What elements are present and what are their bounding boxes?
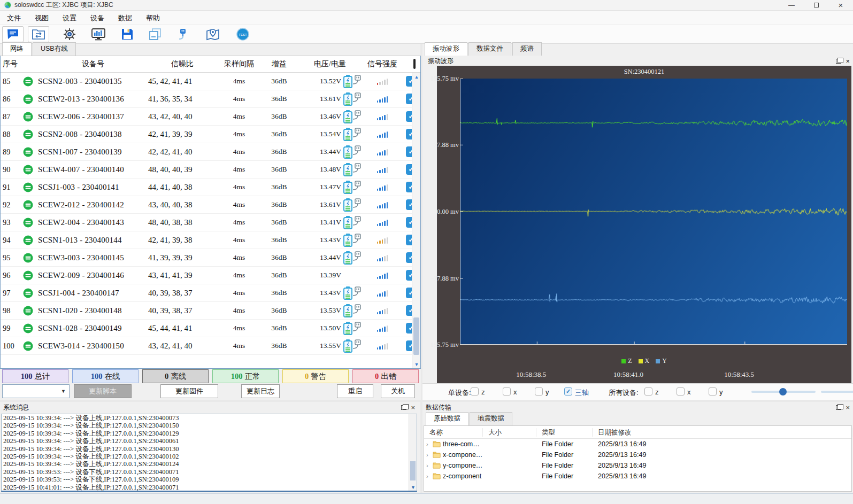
close-panel-icon[interactable]: ×: [411, 405, 415, 410]
save-icon[interactable]: [117, 26, 138, 42]
close-panel-icon[interactable]: ×: [846, 59, 850, 64]
log-scrollbar[interactable]: ▼: [409, 414, 417, 491]
close-button[interactable]: ×: [828, 0, 853, 11]
row-no: 92: [1, 200, 18, 210]
table-row[interactable]: 89 SCSN1-007 - 230400139 42, 42, 41, 40 …: [1, 143, 412, 161]
folder-icon: [433, 473, 441, 479]
table-row[interactable]: 97 SCSJ1-004 - 230400147 40, 39, 38, 37 …: [1, 284, 412, 302]
table-row[interactable]: 100 SCEW3-014 - 230400150 43, 42, 41, 40…: [1, 337, 412, 355]
update-log-button[interactable]: 更新日志: [241, 384, 280, 398]
zoom-slider[interactable]: [751, 391, 816, 393]
row-no: 97: [1, 289, 18, 298]
row-no: 99: [1, 324, 18, 333]
expand-chevron-icon[interactable]: ›: [426, 441, 431, 447]
maximize-button[interactable]: [804, 0, 828, 11]
file-row[interactable]: › z-component File Folder 2025/9/13 16:4…: [424, 471, 851, 482]
summary-count: 0: [305, 372, 309, 381]
map-pin-icon[interactable]: [202, 26, 224, 42]
monitor-chart-icon[interactable]: [88, 26, 109, 42]
table-row[interactable]: 86 SCEW2-013 - 230400136 41, 36, 35, 34 …: [1, 90, 412, 108]
table-row[interactable]: 93 SCEW2-004 - 230400143 48, 40, 38, 38 …: [1, 214, 412, 231]
expand-chevron-icon[interactable]: ›: [426, 452, 431, 458]
log-scrollbar-thumb[interactable]: [410, 461, 416, 480]
menu-item[interactable]: 设备: [83, 12, 111, 25]
table-row[interactable]: 87 SCEW2-006 - 230400137 43, 42, 40, 40 …: [1, 108, 412, 126]
restart-button[interactable]: 重启: [337, 384, 373, 398]
all-axis-checkbox-z[interactable]: [644, 387, 652, 396]
scroll-down-icon[interactable]: ▼: [412, 360, 421, 368]
update-script-button[interactable]: 更新脚本: [74, 384, 132, 398]
x-tick-label: 10:58:38.5: [516, 370, 546, 379]
device-table-scrollbar[interactable]: ▲ ▼: [412, 73, 420, 368]
menu-item[interactable]: 设置: [56, 12, 83, 25]
interval-value: 4ms: [217, 342, 262, 350]
voltage-value: 13.53V: [320, 306, 341, 315]
select-all-checkbox[interactable]: [413, 59, 416, 69]
file-col-header[interactable]: 名称: [424, 428, 483, 437]
table-row[interactable]: 88 SCSN2-008 - 230400138 42, 41, 39, 39 …: [1, 126, 412, 143]
close-panel-icon[interactable]: ×: [846, 405, 850, 410]
minimize-button[interactable]: —: [779, 0, 804, 11]
single-axis-checkbox-z[interactable]: [471, 387, 479, 396]
file-row[interactable]: › x-compone… File Folder 2025/9/13 16:49: [424, 449, 851, 460]
menu-item[interactable]: 文件: [0, 12, 28, 25]
device-folder-icon[interactable]: [28, 26, 49, 42]
tab-device-0[interactable]: 网络: [2, 42, 32, 56]
tab-wave-1[interactable]: 数据文件: [468, 42, 511, 56]
tab-wave-2[interactable]: 频谱: [512, 42, 542, 56]
tab-device-1[interactable]: USB有线: [33, 42, 76, 56]
scrollbar-thumb[interactable]: [413, 317, 419, 355]
battery-charging-icon: [343, 304, 362, 318]
battery-charging-icon: [343, 321, 362, 336]
file-row[interactable]: › three-com… File Folder 2025/9/13 16:49: [424, 439, 851, 449]
file-col-header[interactable]: 类型: [536, 428, 593, 437]
float-panel-icon[interactable]: [836, 405, 841, 410]
triaxis-checkbox[interactable]: ✓: [564, 387, 572, 396]
log-scroll-down-icon[interactable]: ▼: [409, 484, 417, 491]
table-row[interactable]: 99 SCSN1-028 - 230400149 45, 44, 41, 41 …: [1, 320, 412, 337]
device-id: SCEW2-006 - 230400137: [38, 112, 148, 121]
window-icon[interactable]: [144, 26, 166, 42]
all-axis-checkbox-x[interactable]: [677, 387, 685, 396]
table-row[interactable]: 95 SCEW3-003 - 230400145 41, 39, 39, 39 …: [1, 249, 412, 267]
all-axis-checkbox-y[interactable]: [709, 387, 717, 396]
log-line: 2025-09-15 10:39:34: ---> 设备上线,IP:127.0.…: [2, 445, 417, 453]
update-firmware-button[interactable]: 更新固件: [160, 384, 218, 398]
summary-label: 出错: [381, 371, 396, 382]
col-snr: 信噪比: [148, 59, 217, 69]
log-line: 2025-09-15 10:39:34: ---> 设备上线,IP:127.0.…: [2, 453, 417, 460]
table-row[interactable]: 96 SCEW2-009 - 230400146 43, 41, 41, 39 …: [1, 267, 412, 284]
scale-slider[interactable]: [821, 391, 853, 393]
single-axis-checkbox-y[interactable]: [535, 387, 543, 396]
shutdown-button[interactable]: 关机: [381, 384, 415, 398]
float-panel-icon[interactable]: [836, 59, 841, 64]
waveform-canvas[interactable]: [460, 79, 847, 345]
menu-item[interactable]: 帮助: [139, 12, 167, 25]
tab-transfer-1[interactable]: 地震数据: [470, 412, 512, 425]
table-row[interactable]: 92 SCEW2-012 - 230400142 43, 40, 40, 38 …: [1, 196, 412, 214]
single-axis-checkbox-x[interactable]: [503, 387, 511, 396]
tab-transfer-0[interactable]: 原始数据: [426, 412, 468, 426]
expand-chevron-icon[interactable]: ›: [426, 462, 431, 469]
test-icon[interactable]: TEST: [232, 26, 253, 42]
tab-wave-0[interactable]: 振动波形: [425, 42, 467, 56]
table-row[interactable]: 91 SCSJ1-003 - 230400141 44, 41, 40, 38 …: [1, 179, 412, 196]
table-row[interactable]: 85 SCSN2-003 - 230400135 45, 42, 41, 41 …: [1, 73, 412, 90]
menu-item[interactable]: 数据: [111, 12, 139, 25]
message-icon[interactable]: [2, 26, 24, 42]
signal-strength-icon: [363, 148, 402, 156]
table-row[interactable]: 90 SCEW4-007 - 230400140 48, 40, 40, 39 …: [1, 161, 412, 179]
usb-icon[interactable]: [172, 26, 194, 42]
file-row[interactable]: › y-compone… File Folder 2025/9/13 16:49: [424, 460, 851, 471]
menu-item[interactable]: 视图: [28, 12, 56, 25]
expand-chevron-icon[interactable]: ›: [426, 473, 431, 479]
file-col-header[interactable]: 大小: [483, 428, 536, 437]
script-dropdown[interactable]: ▼: [2, 384, 70, 398]
float-panel-icon[interactable]: [401, 405, 406, 410]
table-row[interactable]: 94 SCSN1-013 - 230400144 42, 41, 39, 38 …: [1, 231, 412, 249]
slider-handle[interactable]: [779, 388, 787, 396]
file-col-header[interactable]: 日期被修改: [593, 428, 852, 437]
interval-value: 4ms: [217, 112, 262, 121]
table-row[interactable]: 98 SCSN1-020 - 230400148 40, 39, 38, 37 …: [1, 302, 412, 320]
settings-gear-icon[interactable]: [59, 26, 80, 42]
